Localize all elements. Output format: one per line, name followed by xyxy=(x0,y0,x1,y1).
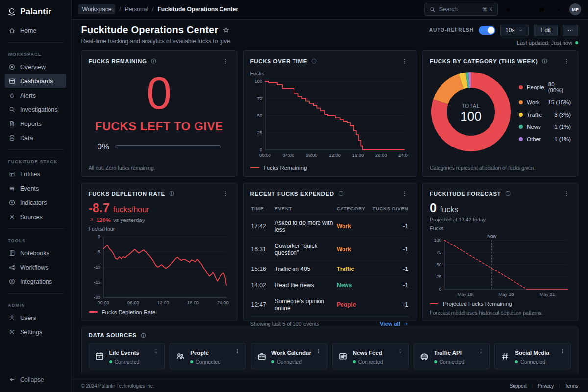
view-all-link[interactable]: View all xyxy=(380,321,409,327)
fucks-remaining-caption: FUCKS LEFT TO GIVE xyxy=(89,120,230,133)
info-icon[interactable] xyxy=(150,58,157,64)
legend-label: Fucks Remaining xyxy=(264,165,307,171)
kebab-menu-icon[interactable] xyxy=(153,348,159,354)
footer-link-privacy[interactable]: Privacy xyxy=(538,383,554,389)
card-title: FUCKS BY CATEGORY (THIS WEEK) xyxy=(430,58,538,64)
sidebar-item-label: Settings xyxy=(20,329,42,336)
svg-text:16:00: 16:00 xyxy=(352,152,364,158)
info-icon[interactable] xyxy=(338,190,344,196)
data-source-social-media[interactable]: Social MediaConnected xyxy=(494,343,571,369)
donut-slice-work[interactable] xyxy=(433,74,464,104)
sidebar-item-overview[interactable]: Overview xyxy=(5,60,66,74)
breadcrumb-item-0[interactable]: Workspace xyxy=(78,4,116,14)
overview-icon xyxy=(8,63,16,71)
sidebar-item-data[interactable]: Data xyxy=(5,131,66,145)
legend-item-work[interactable]: Work15 (15%) xyxy=(519,99,571,105)
avatar[interactable]: ME xyxy=(569,3,581,15)
topbar: Workspace/Personal/Fuckitude Operations … xyxy=(72,0,588,20)
auto-refresh-toggle[interactable] xyxy=(479,26,495,35)
kebab-menu-icon[interactable] xyxy=(221,57,230,66)
sidebar-item-settings[interactable]: Settings xyxy=(5,325,66,339)
info-icon[interactable] xyxy=(140,332,147,339)
chart-legend: Projected Fucks Remaining xyxy=(430,301,571,307)
kebab-menu-icon[interactable] xyxy=(559,348,565,354)
sidebar-item-workflows[interactable]: Workflows xyxy=(5,261,66,274)
chart-legend: Fucks Depletion Rate xyxy=(89,309,230,315)
info-icon[interactable] xyxy=(541,58,548,64)
data-source-traffic-api[interactable]: Traffic APIConnected xyxy=(414,343,490,369)
sidebar-item-integrations[interactable]: Integrations xyxy=(5,275,66,288)
sidebar-item-indicators[interactable]: Indicators xyxy=(5,196,66,209)
search-input[interactable]: Search ⌘ K xyxy=(424,3,498,16)
more-options-button[interactable] xyxy=(563,24,578,36)
kebab-menu-icon[interactable] xyxy=(562,189,571,198)
card-title: FUCKS REMAINING xyxy=(89,58,147,64)
breadcrumb-item-1[interactable]: Personal xyxy=(125,6,148,13)
edit-button[interactable]: Edit xyxy=(534,24,558,36)
sidebar-item-label: Workflows xyxy=(20,264,48,271)
table-row[interactable]: 12:47Someone's opinion onlinePeople-1 xyxy=(250,293,409,316)
svg-text:24:00: 24:00 xyxy=(217,300,229,305)
source-name: Work Calendar xyxy=(271,350,311,356)
palantir-logo[interactable]: Palantir xyxy=(5,5,66,24)
sidebar-item-sources[interactable]: Sources xyxy=(5,210,66,223)
legend-item-traffic[interactable]: Traffic3 (3%) xyxy=(519,112,571,118)
sidebar-item-dashboards[interactable]: Dashboards xyxy=(5,74,66,88)
legend-item-people[interactable]: People80 (80%) xyxy=(519,81,571,93)
sidebar-item-users[interactable]: Users xyxy=(5,311,66,324)
legend-item-news[interactable]: News1 (1%) xyxy=(519,124,571,130)
source-name: Life Events xyxy=(109,350,139,356)
kebab-menu-icon[interactable] xyxy=(316,348,322,354)
svg-text:100: 100 xyxy=(460,109,481,123)
help-button[interactable] xyxy=(535,3,548,16)
user-icon xyxy=(8,314,16,321)
footer-link-terms[interactable]: Terms xyxy=(565,383,578,389)
legend-item-other[interactable]: Other1 (1%) xyxy=(519,136,571,142)
data-source-life-events[interactable]: Life EventsConnected xyxy=(89,343,165,369)
refresh-interval-select[interactable]: 10s xyxy=(500,24,529,36)
favorite-button[interactable] xyxy=(502,3,514,16)
search-icon xyxy=(8,106,16,113)
sidebar-item-home[interactable]: Home xyxy=(5,24,66,37)
sidebar-item-investigations[interactable]: Investigations xyxy=(5,103,66,116)
legend-value: 15 (15%) xyxy=(548,99,571,105)
table-row[interactable]: 16:31Coworker "quick question"Work-1 xyxy=(250,238,409,261)
info-icon[interactable] xyxy=(311,58,317,64)
star-icon[interactable] xyxy=(222,26,230,34)
kebab-menu-icon[interactable] xyxy=(562,57,571,66)
kebab-menu-icon[interactable] xyxy=(221,189,230,198)
fucks-remaining-value: 0 xyxy=(89,71,230,116)
sidebar-item-alerts[interactable]: Alerts xyxy=(5,89,66,102)
svg-text:25: 25 xyxy=(436,274,441,279)
sidebar-collapse-button[interactable]: Collapse xyxy=(5,373,66,386)
table-row[interactable]: 15:16Traffic on 405Traffic-1 xyxy=(250,261,409,277)
data-source-people[interactable]: PeopleConnected xyxy=(170,343,246,369)
svg-text:TOTAL: TOTAL xyxy=(462,103,480,109)
table-row[interactable]: 17:42Asked to do more with lessWork-1 xyxy=(250,215,409,238)
forecast-chart: 0255075100May 19May 20May 21Now xyxy=(430,232,571,299)
kebab-menu-icon[interactable] xyxy=(400,57,409,66)
kebab-menu-icon[interactable] xyxy=(234,348,241,354)
settings-button[interactable] xyxy=(552,3,564,16)
sidebar-item-entities[interactable]: Entities xyxy=(5,168,66,181)
data-source-work-calendar[interactable]: Work CalendarConnected xyxy=(251,343,327,369)
add-button[interactable] xyxy=(518,3,531,16)
sidebar-item-events[interactable]: Events xyxy=(5,182,66,195)
data-source-news-feed[interactable]: News FeedConnected xyxy=(332,343,409,369)
info-icon[interactable] xyxy=(169,190,175,196)
home-icon xyxy=(8,27,16,34)
kebab-menu-icon[interactable] xyxy=(478,348,484,354)
kebab-menu-icon[interactable] xyxy=(400,189,409,198)
kebab-menu-icon[interactable] xyxy=(397,348,403,354)
column-header: EVENT xyxy=(274,203,336,215)
data-sources-panel: DATA SOURCES Life EventsConnectedPeopleC… xyxy=(81,327,578,374)
table-row[interactable]: 14:02Read the newsNews-1 xyxy=(250,277,409,293)
card-fucks-over-time: FUCKS OVER TIME Fucks 025507510000:0004:… xyxy=(243,50,416,177)
info-icon[interactable] xyxy=(505,190,511,196)
chevron-down-icon xyxy=(518,27,524,33)
sidebar-item-notebooks[interactable]: Notebooks xyxy=(5,246,66,260)
sidebar-item-reports[interactable]: Reports xyxy=(5,117,66,130)
footer-link-support[interactable]: Support xyxy=(510,383,527,389)
y-axis-label: Fucks xyxy=(430,225,571,231)
report-icon xyxy=(8,120,16,127)
